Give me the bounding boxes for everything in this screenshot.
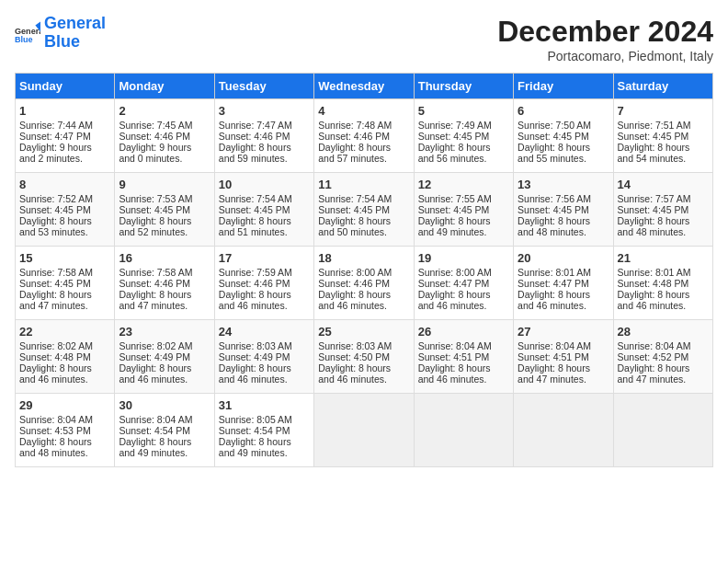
cell-line: Daylight: 8 hours: [19, 436, 110, 447]
cell-line: Daylight: 8 hours: [219, 289, 310, 300]
calendar-cell: 2Sunrise: 7:45 AMSunset: 4:46 PMDaylight…: [115, 99, 214, 173]
cell-line: Sunset: 4:45 PM: [219, 204, 310, 215]
cell-line: Sunset: 4:46 PM: [119, 278, 210, 289]
day-number: 25: [318, 325, 409, 339]
day-number: 17: [219, 251, 310, 265]
cell-line: Daylight: 8 hours: [518, 215, 609, 226]
cell-line: Daylight: 8 hours: [119, 436, 210, 447]
cell-line: Daylight: 8 hours: [219, 362, 310, 373]
calendar-cell: 23Sunrise: 8:02 AMSunset: 4:49 PMDayligh…: [115, 320, 214, 394]
cell-line: Sunset: 4:48 PM: [618, 278, 709, 289]
cell-line: Daylight: 8 hours: [119, 362, 210, 373]
cell-line: Sunset: 4:45 PM: [618, 204, 709, 215]
cell-line: Sunset: 4:45 PM: [418, 131, 509, 142]
calendar-cell: 13Sunrise: 7:56 AMSunset: 4:45 PMDayligh…: [514, 173, 613, 247]
cell-line: and 0 minutes.: [119, 153, 210, 164]
cell-line: and 47 minutes.: [518, 373, 609, 385]
day-number: 8: [19, 178, 110, 191]
cell-line: and 46 minutes.: [418, 300, 509, 311]
day-number: 30: [119, 398, 210, 412]
day-number: 16: [119, 251, 210, 265]
logo-text: GeneralBlue: [44, 15, 106, 52]
cell-line: and 46 minutes.: [219, 300, 310, 311]
cell-line: Daylight: 8 hours: [518, 362, 609, 373]
cell-line: Sunset: 4:46 PM: [219, 278, 310, 289]
cell-line: Sunset: 4:51 PM: [518, 351, 609, 362]
weekday-header-friday: Friday: [514, 74, 613, 99]
cell-line: Daylight: 8 hours: [418, 142, 509, 153]
cell-line: Sunrise: 8:04 AM: [418, 340, 509, 351]
weekday-header-tuesday: Tuesday: [214, 74, 313, 99]
cell-line: Daylight: 8 hours: [219, 215, 310, 226]
cell-line: Daylight: 8 hours: [19, 362, 110, 373]
cell-line: Daylight: 8 hours: [119, 215, 210, 226]
cell-line: Daylight: 9 hours: [119, 142, 210, 153]
cell-line: Sunset: 4:48 PM: [19, 351, 110, 362]
cell-line: and 2 minutes.: [19, 153, 110, 164]
weekday-header-monday: Monday: [115, 74, 214, 99]
cell-line: Sunrise: 7:45 AM: [119, 120, 210, 131]
day-number: 18: [318, 251, 409, 265]
calendar-cell: 9Sunrise: 7:53 AMSunset: 4:45 PMDaylight…: [115, 173, 214, 247]
calendar-cell: 12Sunrise: 7:55 AMSunset: 4:45 PMDayligh…: [414, 173, 513, 247]
calendar-cell: 22Sunrise: 8:02 AMSunset: 4:48 PMDayligh…: [16, 320, 115, 394]
cell-line: Daylight: 8 hours: [19, 289, 110, 300]
cell-line: Sunrise: 7:51 AM: [618, 120, 709, 131]
calendar-cell: 11Sunrise: 7:54 AMSunset: 4:45 PMDayligh…: [314, 173, 414, 247]
calendar-cell: 19Sunrise: 8:00 AMSunset: 4:47 PMDayligh…: [414, 247, 513, 320]
cell-line: Daylight: 8 hours: [318, 362, 409, 373]
cell-line: Sunset: 4:49 PM: [119, 351, 210, 362]
location-subtitle: Portacomaro, Piedmont, Italy: [497, 49, 713, 63]
cell-line: Sunrise: 8:04 AM: [618, 340, 709, 351]
calendar-cell: 27Sunrise: 8:04 AMSunset: 4:51 PMDayligh…: [514, 320, 613, 394]
cell-line: Daylight: 8 hours: [618, 215, 709, 226]
cell-line: Sunrise: 7:58 AM: [19, 267, 110, 278]
cell-line: and 49 minutes.: [119, 447, 210, 458]
day-number: 15: [19, 251, 110, 265]
day-number: 1: [19, 104, 110, 118]
cell-line: Sunrise: 8:01 AM: [518, 267, 609, 278]
calendar-cell: 21Sunrise: 8:01 AMSunset: 4:48 PMDayligh…: [613, 247, 712, 320]
cell-line: and 46 minutes.: [19, 373, 110, 385]
cell-line: and 52 minutes.: [119, 226, 210, 237]
cell-line: and 46 minutes.: [618, 300, 709, 311]
cell-line: and 46 minutes.: [318, 373, 409, 385]
calendar-cell: 25Sunrise: 8:03 AMSunset: 4:50 PMDayligh…: [314, 320, 414, 394]
cell-line: Daylight: 8 hours: [318, 215, 409, 226]
calendar-cell: 18Sunrise: 8:00 AMSunset: 4:46 PMDayligh…: [314, 247, 414, 320]
day-number: 10: [219, 178, 310, 191]
cell-line: and 48 minutes.: [618, 226, 709, 237]
cell-line: and 49 minutes.: [219, 447, 310, 458]
calendar-cell: 30Sunrise: 8:04 AMSunset: 4:54 PMDayligh…: [115, 394, 214, 467]
calendar-cell: 24Sunrise: 8:03 AMSunset: 4:49 PMDayligh…: [214, 320, 313, 394]
cell-line: Daylight: 8 hours: [418, 289, 509, 300]
cell-line: and 49 minutes.: [418, 226, 509, 237]
cell-line: and 53 minutes.: [19, 226, 110, 237]
cell-line: Daylight: 8 hours: [119, 289, 210, 300]
month-title: December 2024: [497, 15, 713, 49]
calendar-table: SundayMondayTuesdayWednesdayThursdayFrid…: [15, 73, 713, 467]
cell-line: Sunrise: 7:47 AM: [219, 120, 310, 131]
day-number: 14: [618, 178, 709, 191]
cell-line: Sunset: 4:45 PM: [618, 131, 709, 142]
cell-line: Sunset: 4:46 PM: [219, 131, 310, 142]
cell-line: Daylight: 8 hours: [618, 142, 709, 153]
cell-line: Sunset: 4:45 PM: [518, 131, 609, 142]
cell-line: Sunset: 4:45 PM: [119, 204, 210, 215]
cell-line: and 47 minutes.: [19, 300, 110, 311]
calendar-cell: 31Sunrise: 8:05 AMSunset: 4:54 PMDayligh…: [214, 394, 313, 467]
cell-line: and 51 minutes.: [219, 226, 310, 237]
cell-line: Sunrise: 7:52 AM: [19, 193, 110, 204]
calendar-cell: 26Sunrise: 8:04 AMSunset: 4:51 PMDayligh…: [414, 320, 513, 394]
cell-line: and 46 minutes.: [119, 373, 210, 385]
day-number: 2: [119, 104, 210, 118]
cell-line: Sunrise: 7:55 AM: [418, 193, 509, 204]
cell-line: and 48 minutes.: [518, 226, 609, 237]
day-number: 22: [19, 325, 110, 339]
cell-line: and 56 minutes.: [418, 153, 509, 164]
cell-line: Daylight: 8 hours: [418, 215, 509, 226]
cell-line: Sunset: 4:51 PM: [418, 351, 509, 362]
cell-line: Daylight: 8 hours: [618, 362, 709, 373]
cell-line: Daylight: 8 hours: [318, 142, 409, 153]
cell-line: Sunrise: 7:54 AM: [219, 193, 310, 204]
